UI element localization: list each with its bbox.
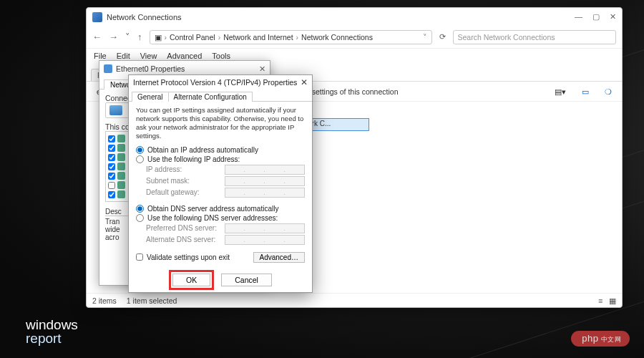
wr-line1: windows: [26, 317, 78, 332]
chevron-down-icon[interactable]: ˅: [423, 33, 427, 42]
radio-manual-dns[interactable]: Use the following DNS server addresses:: [136, 214, 305, 222]
protocol-check[interactable]: [108, 145, 115, 152]
windows-report-watermark: windows report: [26, 318, 78, 345]
menu-tools[interactable]: Tools: [212, 52, 230, 60]
php-watermark: php中文网: [571, 331, 630, 347]
protocol-check[interactable]: [108, 191, 115, 198]
pref-dns-row: Preferred DNS server: ...: [146, 223, 305, 233]
alt-dns-input: ...: [225, 235, 305, 245]
menu-file[interactable]: File: [94, 52, 107, 60]
protocol-check[interactable]: [108, 154, 115, 161]
close-button[interactable]: ✕: [610, 12, 616, 21]
radio-manual-dns-input[interactable]: [136, 214, 144, 222]
details-view-icon[interactable]: ≡: [598, 296, 602, 305]
minimize-button[interactable]: —: [575, 12, 582, 21]
ipv4-titlebar: Internet Protocol Version 4 (TCP/IPv4) P…: [129, 75, 312, 90]
help-icon[interactable]: ❍: [605, 87, 612, 96]
radio-auto-ip-input[interactable]: [136, 146, 144, 154]
network-icon: [92, 12, 102, 22]
menu-edit[interactable]: Edit: [117, 52, 130, 60]
gateway-row: Default gateway: ...: [146, 188, 305, 198]
back-button[interactable]: ←: [92, 32, 102, 42]
explorer-navbar: ← → ˅ ↑ ▣ › Control Panel › Network and …: [87, 26, 622, 49]
subnet-row: Subnet mask: ...: [146, 176, 305, 186]
refresh-button[interactable]: ⟳: [439, 32, 446, 42]
menu-view[interactable]: View: [140, 52, 157, 60]
breadcrumb-item[interactable]: Network Connections: [301, 33, 373, 42]
php-text: php: [582, 333, 598, 344]
radio-auto-ip-label: Obtain an IP address automatically: [147, 146, 258, 154]
wr-line2: report: [26, 331, 62, 346]
breadcrumb[interactable]: ▣ › Control Panel › Network and Internet…: [150, 30, 432, 44]
radio-manual-ip-input[interactable]: [136, 155, 144, 163]
subnet-label: Subnet mask:: [146, 177, 225, 185]
breadcrumb-item[interactable]: Network and Internet: [223, 33, 293, 42]
ok-button[interactable]: OK: [172, 274, 210, 286]
dialog-buttons: OK Cancel: [129, 266, 312, 296]
cancel-button[interactable]: Cancel: [221, 274, 272, 286]
maximize-button[interactable]: ▢: [592, 12, 600, 21]
breadcrumb-item[interactable]: Control Panel: [170, 33, 215, 42]
eth-title-text: Ethernet0 Properties: [116, 64, 185, 73]
recent-button[interactable]: ˅: [125, 32, 130, 42]
ipv4-properties-dialog: Internet Protocol Version 4 (TCP/IPv4) P…: [128, 74, 313, 293]
explorer-titlebar: Network Connections — ▢ ✕: [87, 8, 622, 26]
radio-manual-ip[interactable]: Use the following IP address:: [136, 155, 305, 163]
tiles-view-icon[interactable]: ▦: [609, 296, 616, 305]
radio-manual-ip-label: Use the following IP address:: [147, 155, 240, 163]
protocol-icon: [117, 153, 125, 161]
ipv4-title-text: Internet Protocol Version 4 (TCP/IPv4) P…: [133, 78, 297, 87]
protocol-check[interactable]: [108, 135, 115, 142]
search-input[interactable]: Search Network Connections: [453, 30, 617, 44]
alt-dns-row: Alternate DNS server: ...: [146, 235, 305, 245]
php-sub: 中文网: [601, 336, 622, 343]
network-item-selected[interactable]: ork C...: [305, 118, 369, 131]
protocol-icon: [117, 190, 125, 198]
preview-pane-icon[interactable]: ▭: [582, 87, 589, 96]
view-options-icon[interactable]: ▤▾: [555, 87, 566, 96]
advanced-button[interactable]: Advanced…: [253, 252, 305, 263]
window-title: Network Connections: [107, 13, 182, 21]
network-icon: [104, 64, 112, 73]
alt-dns-label: Alternate DNS server:: [146, 236, 225, 243]
radio-manual-dns-label: Use the following DNS server addresses:: [147, 214, 278, 222]
protocol-check[interactable]: [108, 182, 115, 189]
tab-general[interactable]: General: [132, 92, 169, 102]
protocol-icon: [117, 135, 125, 142]
status-selected: 1 item selected: [127, 296, 177, 305]
radio-auto-ip[interactable]: Obtain an IP address automatically: [136, 146, 305, 154]
close-button[interactable]: ✕: [259, 64, 265, 73]
radio-auto-dns-label: Obtain DNS server address automatically: [147, 205, 278, 213]
adapter-icon: [109, 105, 122, 115]
gateway-input: ...: [225, 188, 305, 198]
pref-dns-label: Preferred DNS server:: [146, 224, 225, 232]
protocol-check[interactable]: [108, 173, 115, 180]
ipv4-info-text: You can get IP settings assigned automat…: [136, 106, 305, 140]
gateway-label: Default gateway:: [146, 188, 225, 196]
protocol-icon: [117, 163, 125, 170]
pref-dns-input: ...: [225, 223, 305, 233]
radio-auto-dns-input[interactable]: [136, 205, 144, 213]
tab-alternate[interactable]: Alternate Configuration: [168, 92, 253, 102]
protocol-icon: [117, 181, 125, 189]
ipv4-tabs: General Alternate Configuration: [132, 92, 312, 102]
menu-advanced[interactable]: Advanced: [167, 52, 202, 60]
up-button[interactable]: ↑: [137, 32, 142, 42]
status-item-count: 2 items: [92, 296, 117, 305]
ip-address-label: IP address:: [146, 165, 225, 173]
ok-highlight: OK: [169, 270, 214, 290]
close-button[interactable]: ✕: [301, 77, 308, 87]
protocol-icon: [117, 144, 125, 152]
validate-label: Validate settings upon exit: [147, 253, 230, 261]
forward-button[interactable]: →: [109, 32, 118, 42]
validate-checkbox[interactable]: [136, 253, 143, 261]
breadcrumb-root-icon: ▣: [155, 33, 162, 42]
protocol-check[interactable]: [108, 163, 115, 170]
ip-address-input: ...: [225, 165, 305, 175]
radio-auto-dns[interactable]: Obtain DNS server address automatically: [136, 205, 305, 213]
ip-address-row: IP address: ...: [146, 165, 305, 175]
subnet-input: ...: [225, 176, 305, 186]
protocol-icon: [117, 172, 125, 180]
